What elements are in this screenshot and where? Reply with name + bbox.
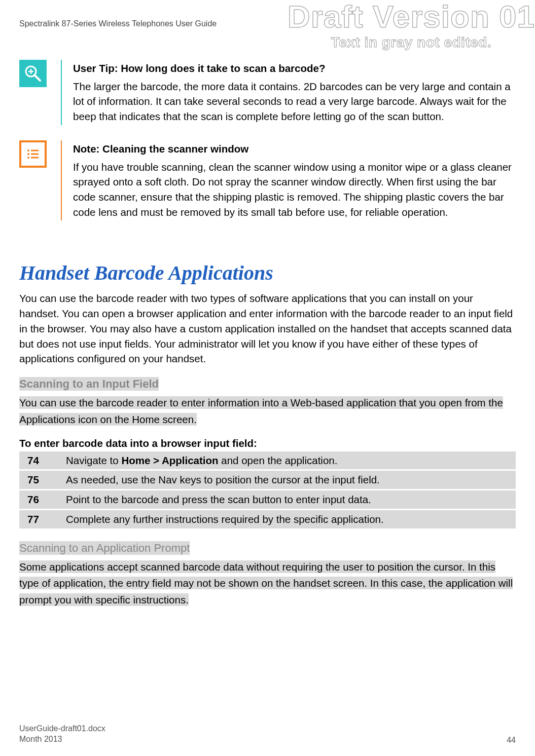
- footer-date: Month 2013: [19, 734, 105, 745]
- svg-point-6: [27, 153, 29, 155]
- step-number: 76: [19, 492, 66, 507]
- steps-list: 74Navigate to Home > Application and ope…: [19, 451, 516, 528]
- page-number: 44: [507, 736, 516, 745]
- svg-line-1: [34, 75, 40, 81]
- note-callout: Note: Cleaning the scanner window If you…: [19, 140, 516, 221]
- doc-header-title: Spectralink 87-Series Wireless Telephone…: [19, 19, 516, 28]
- step-number: 77: [19, 512, 66, 527]
- tip-body: User Tip: How long does it take to scan …: [61, 60, 516, 125]
- svg-rect-9: [31, 157, 39, 158]
- magnify-plus-icon: [19, 60, 47, 87]
- section-intro: You can use the barcode reader with two …: [19, 291, 516, 366]
- callout-icon-column: [19, 60, 61, 125]
- step-number: 75: [19, 472, 66, 487]
- steps-title: To enter barcode data into a browser inp…: [19, 437, 516, 449]
- step-row: 74Navigate to Home > Application and ope…: [19, 451, 516, 470]
- svg-rect-7: [31, 153, 39, 155]
- step-number: 74: [19, 453, 66, 468]
- footer-left: UserGuide-draft01.docx Month 2013: [19, 723, 105, 745]
- step-text: Navigate to Home > Application and open …: [66, 453, 516, 468]
- svg-rect-5: [31, 149, 39, 151]
- step-text: Point to the barcode and press the scan …: [66, 492, 516, 507]
- subheading-input-field: Scanning to an Input Field: [19, 377, 159, 391]
- section-heading: Handset Barcode Applications: [19, 261, 516, 285]
- page: Spectralink 87-Series Wireless Telephone…: [0, 0, 535, 756]
- note-body: Note: Cleaning the scanner window If you…: [61, 140, 516, 221]
- svg-point-8: [27, 157, 29, 159]
- note-list-icon: [19, 140, 47, 168]
- step-text: As needed, use the Nav keys to position …: [66, 472, 516, 487]
- note-title: Note: Cleaning the scanner window: [73, 141, 516, 157]
- subheading-app-prompt: Scanning to an Application Prompt: [19, 541, 190, 555]
- tip-callout: User Tip: How long does it take to scan …: [19, 60, 516, 125]
- step-row: 76Point to the barcode and press the sca…: [19, 490, 516, 509]
- callout-icon-column: [19, 140, 61, 221]
- svg-point-4: [27, 149, 29, 152]
- sub2-text: Some applications accept scanned barcode…: [19, 560, 513, 607]
- step-text: Complete any further instructions requir…: [66, 512, 516, 527]
- step-row: 75As needed, use the Nav keys to positio…: [19, 471, 516, 489]
- footer-filename: UserGuide-draft01.docx: [19, 723, 105, 734]
- step-row: 77Complete any further instructions requ…: [19, 510, 516, 528]
- tip-title: User Tip: How long does it take to scan …: [73, 61, 516, 76]
- sub1-text: You can use the barcode reader to enter …: [19, 396, 503, 426]
- note-text: If you have trouble scanning, clean the …: [73, 160, 516, 220]
- tip-text: The larger the barcode, the more data it…: [73, 79, 516, 124]
- footer: UserGuide-draft01.docx Month 2013 44: [19, 723, 516, 745]
- watermark-sub: Text in gray not edited.: [288, 34, 535, 51]
